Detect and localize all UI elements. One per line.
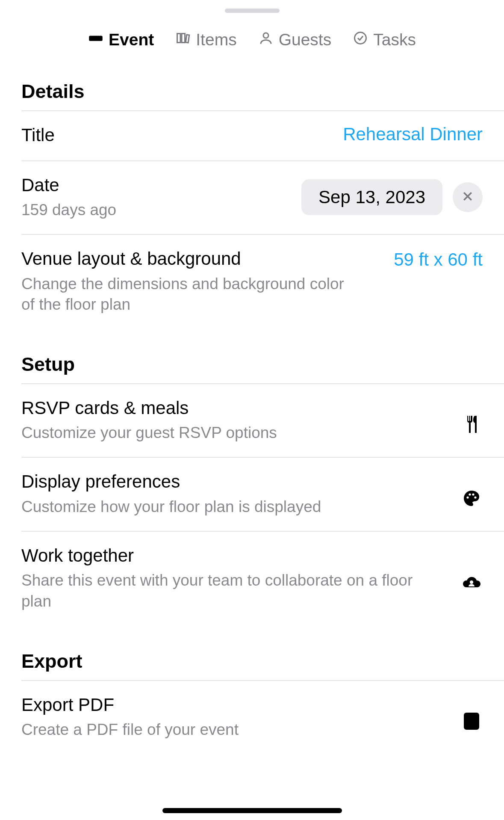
svg-rect-6	[100, 36, 101, 38]
row-venue-layout[interactable]: Venue layout & background Change the dim…	[21, 235, 504, 329]
home-indicator[interactable]	[162, 808, 342, 813]
svg-rect-2	[93, 36, 94, 38]
tab-tasks[interactable]: Tasks	[353, 30, 416, 50]
row-sublabel: Change the dimensions and background col…	[21, 274, 346, 315]
svg-point-13	[469, 493, 471, 495]
tab-label: Guests	[279, 30, 332, 49]
row-sublabel: Create a PDF file of your event	[21, 719, 346, 740]
row-label: Date	[21, 174, 293, 197]
tab-event[interactable]: Event	[88, 30, 154, 50]
title-value[interactable]: Rehearsal Dinner	[343, 124, 483, 145]
svg-rect-8	[182, 33, 185, 42]
check-circle-icon	[353, 30, 368, 50]
svg-point-15	[474, 496, 476, 498]
tab-label: Event	[109, 30, 154, 49]
sheet-grabber[interactable]	[225, 9, 280, 13]
svg-point-14	[472, 493, 474, 495]
close-icon	[461, 190, 474, 204]
svg-point-11	[355, 32, 366, 44]
row-label: RSVP cards & meals	[21, 397, 460, 420]
row-rsvp[interactable]: RSVP cards & meals Customize your guest …	[21, 384, 504, 458]
clear-date-button[interactable]	[453, 182, 483, 212]
palette-icon	[460, 487, 483, 509]
svg-point-16	[470, 580, 473, 584]
row-export-pdf[interactable]: Export PDF Create a PDF file of your eve…	[21, 681, 504, 754]
svg-rect-7	[177, 33, 181, 42]
row-display-preferences[interactable]: Display preferences Customize how your f…	[21, 458, 504, 532]
section-header-details: Details	[21, 80, 483, 103]
row-sublabel: 159 days ago	[21, 200, 293, 220]
row-title[interactable]: Title Rehearsal Dinner	[21, 111, 504, 161]
row-sublabel: Customize how your floor plan is display…	[21, 497, 346, 517]
row-label: Title	[21, 124, 334, 147]
svg-rect-5	[98, 36, 99, 38]
svg-rect-3	[94, 36, 95, 38]
person-icon	[258, 30, 274, 50]
svg-point-12	[466, 496, 469, 498]
row-label: Work together	[21, 545, 460, 567]
row-label: Export PDF	[21, 694, 460, 716]
tab-label: Tasks	[373, 30, 416, 49]
svg-point-19	[468, 724, 470, 725]
svg-rect-4	[97, 36, 97, 38]
venue-dimensions-value[interactable]: 59 ft x 60 ft	[394, 249, 483, 270]
utensils-icon	[460, 413, 483, 435]
section-header-export: Export	[21, 650, 483, 672]
date-chip[interactable]: Sep 13, 2023	[301, 179, 442, 215]
svg-rect-1	[91, 36, 91, 38]
row-sublabel: Customize your guest RSVP options	[21, 423, 346, 443]
tab-guests[interactable]: Guests	[258, 30, 332, 50]
svg-point-10	[263, 33, 268, 38]
svg-rect-9	[186, 35, 189, 43]
row-label: Display preferences	[21, 471, 460, 493]
items-icon	[175, 30, 191, 50]
row-sublabel: Share this event with your team to colla…	[21, 570, 415, 611]
row-work-together[interactable]: Work together Share this event with your…	[21, 532, 504, 625]
row-label: Venue layout & background	[21, 248, 385, 270]
document-icon	[460, 710, 483, 732]
tab-label: Items	[196, 30, 236, 49]
row-date[interactable]: Date 159 days ago Sep 13, 2023	[21, 161, 504, 235]
cloud-person-icon	[460, 571, 483, 593]
ruler-icon	[88, 30, 103, 50]
tab-items[interactable]: Items	[175, 30, 236, 50]
section-header-setup: Setup	[21, 353, 483, 376]
